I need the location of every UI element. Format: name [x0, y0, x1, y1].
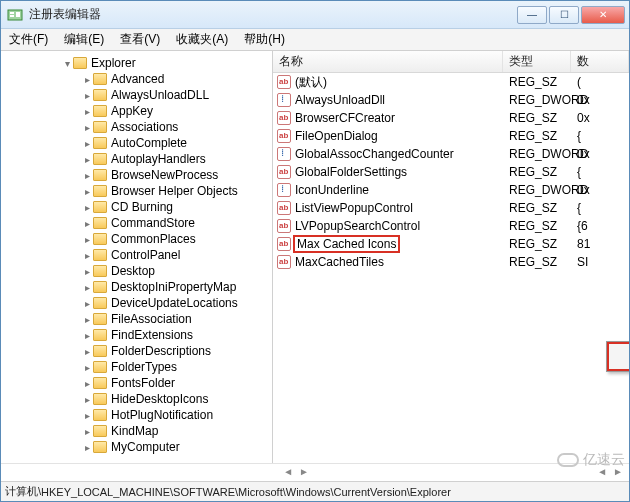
folder-icon	[93, 345, 107, 357]
folder-icon	[93, 393, 107, 405]
expand-icon[interactable]: ▸	[81, 394, 93, 405]
tree-item[interactable]: ▸Browser Helper Objects	[3, 183, 272, 199]
tree-item[interactable]: ▸CommandStore	[3, 215, 272, 231]
tree-item[interactable]: ▸AutoComplete	[3, 135, 272, 151]
value-type: REG_SZ	[503, 237, 571, 251]
value-row[interactable]: MaxCachedTilesREG_SZSI	[273, 253, 629, 271]
expand-icon[interactable]: ▸	[81, 282, 93, 293]
tree-item-label: MyComputer	[111, 440, 180, 454]
tree-item-label: AppKey	[111, 104, 153, 118]
value-row[interactable]: FileOpenDialogREG_SZ{	[273, 127, 629, 145]
tree-item[interactable]: ▸FolderTypes	[3, 359, 272, 375]
tree-item[interactable]: ▸MyComputer	[3, 439, 272, 455]
value-row[interactable]: BrowserCFCreatorREG_SZ0x	[273, 109, 629, 127]
expand-icon[interactable]: ▸	[81, 90, 93, 101]
collapse-icon[interactable]: ▾	[61, 58, 73, 69]
expand-icon[interactable]: ▸	[81, 154, 93, 165]
menu-file[interactable]: 文件(F)	[1, 29, 56, 50]
tree-item[interactable]: ▸DesktopIniPropertyMap	[3, 279, 272, 295]
tree-item-label: FileAssociation	[111, 312, 192, 326]
tree-item[interactable]: ▸AppKey	[3, 103, 272, 119]
tree-item-label: FontsFolder	[111, 376, 175, 390]
tree-item[interactable]: ▸AutoplayHandlers	[3, 151, 272, 167]
list-pane[interactable]: 名称 类型 数 (默认)REG_SZ(AlwaysUnloadDllREG_DW…	[273, 51, 629, 463]
expand-icon[interactable]: ▸	[81, 330, 93, 341]
col-type[interactable]: 类型	[503, 51, 571, 72]
tree-item[interactable]: ▸HotPlugNotification	[3, 407, 272, 423]
col-data[interactable]: 数	[571, 51, 629, 72]
tree-item[interactable]: ▸HideDesktopIcons	[3, 391, 272, 407]
expand-icon[interactable]: ▸	[81, 362, 93, 373]
folder-icon	[93, 201, 107, 213]
expand-icon[interactable]: ▸	[81, 410, 93, 421]
tree-item[interactable]: ▸AlwaysUnloadDLL	[3, 87, 272, 103]
expand-icon[interactable]: ▸	[81, 202, 93, 213]
tree-item[interactable]: ▸KindMap	[3, 423, 272, 439]
maximize-button[interactable]: ☐	[549, 6, 579, 24]
tree-item[interactable]: ▸BrowseNewProcess	[3, 167, 272, 183]
folder-icon	[93, 281, 107, 293]
tree-item[interactable]: ▸CommonPlaces	[3, 231, 272, 247]
value-row[interactable]: (默认)REG_SZ(	[273, 73, 629, 91]
string-value-icon	[277, 219, 291, 233]
menu-view[interactable]: 查看(V)	[112, 29, 168, 50]
menu-item-new[interactable]: 新建(N) ▶	[607, 342, 629, 371]
value-row[interactable]: LVPopupSearchControlREG_SZ{6	[273, 217, 629, 235]
expand-icon[interactable]: ▸	[81, 138, 93, 149]
expand-icon[interactable]: ▸	[81, 346, 93, 357]
value-row[interactable]: GlobalAssocChangedCounterREG_DWORD0x	[273, 145, 629, 163]
minimize-button[interactable]: —	[517, 6, 547, 24]
tree-item[interactable]: ▸FontsFolder	[3, 375, 272, 391]
tree-item[interactable]: ▸FolderDescriptions	[3, 343, 272, 359]
tree-item[interactable]: ▸CD Burning	[3, 199, 272, 215]
value-row[interactable]: Max Cached IconsREG_SZ81	[273, 235, 629, 253]
tree-item-label: FolderDescriptions	[111, 344, 211, 358]
expand-icon[interactable]: ▸	[81, 378, 93, 389]
value-row[interactable]: ListViewPopupControlREG_SZ{	[273, 199, 629, 217]
col-name[interactable]: 名称	[273, 51, 503, 72]
tree-item[interactable]: ▸Desktop	[3, 263, 272, 279]
tree-item[interactable]: ▸DeviceUpdateLocations	[3, 295, 272, 311]
expand-icon[interactable]: ▸	[81, 250, 93, 261]
expand-icon[interactable]: ▸	[81, 266, 93, 277]
expand-icon[interactable]: ▸	[81, 218, 93, 229]
menu-edit[interactable]: 编辑(E)	[56, 29, 112, 50]
binary-value-icon	[277, 147, 291, 161]
tree-item[interactable]: ▸Associations	[3, 119, 272, 135]
expand-icon[interactable]: ▸	[81, 74, 93, 85]
value-row[interactable]: GlobalFolderSettingsREG_SZ{	[273, 163, 629, 181]
title-bar[interactable]: 注册表编辑器 — ☐ ✕	[1, 1, 629, 29]
value-type: REG_SZ	[503, 201, 571, 215]
value-type: REG_DWORD	[503, 147, 571, 161]
tree-root[interactable]: ▾Explorer	[3, 55, 272, 71]
menu-fav[interactable]: 收藏夹(A)	[168, 29, 236, 50]
menu-help[interactable]: 帮助(H)	[236, 29, 293, 50]
close-button[interactable]: ✕	[581, 6, 625, 24]
value-type: REG_SZ	[503, 255, 571, 269]
regedit-window: 注册表编辑器 — ☐ ✕ 文件(F) 编辑(E) 查看(V) 收藏夹(A) 帮助…	[0, 0, 630, 502]
tree-scroll-hint[interactable]: ◄►	[1, 463, 315, 481]
tree-item-label: DeviceUpdateLocations	[111, 296, 238, 310]
expand-icon[interactable]: ▸	[81, 170, 93, 181]
value-type: REG_SZ	[503, 75, 571, 89]
folder-icon	[93, 153, 107, 165]
expand-icon[interactable]: ▸	[81, 314, 93, 325]
svg-rect-1	[10, 12, 14, 14]
expand-icon[interactable]: ▸	[81, 298, 93, 309]
expand-icon[interactable]: ▸	[81, 442, 93, 453]
expand-icon[interactable]: ▸	[81, 106, 93, 117]
expand-icon[interactable]: ▸	[81, 426, 93, 437]
value-row[interactable]: IconUnderlineREG_DWORD0x	[273, 181, 629, 199]
expand-icon[interactable]: ▸	[81, 122, 93, 133]
expand-icon[interactable]: ▸	[81, 234, 93, 245]
tree-item-label: KindMap	[111, 424, 158, 438]
value-row[interactable]: AlwaysUnloadDllREG_DWORD0x	[273, 91, 629, 109]
context-menu-new[interactable]: 新建(N) ▶	[606, 341, 629, 372]
tree-item[interactable]: ▸Advanced	[3, 71, 272, 87]
tree-item[interactable]: ▸ControlPanel	[3, 247, 272, 263]
tree-pane[interactable]: ▾Explorer▸Advanced▸AlwaysUnloadDLL▸AppKe…	[1, 51, 273, 463]
expand-icon[interactable]: ▸	[81, 186, 93, 197]
tree-item[interactable]: ▸FileAssociation	[3, 311, 272, 327]
tree-item[interactable]: ▸FindExtensions	[3, 327, 272, 343]
value-type: REG_DWORD	[503, 93, 571, 107]
